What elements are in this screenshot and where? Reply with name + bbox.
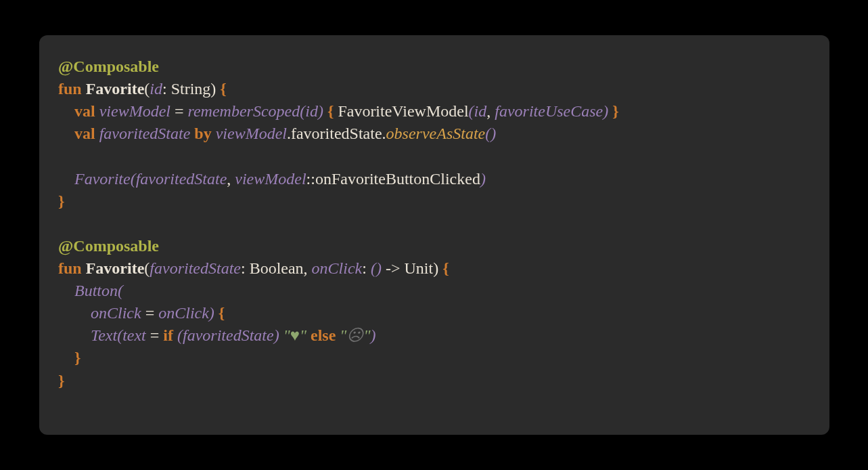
class-favoriteviewmodel: FavoriteViewModel — [338, 102, 468, 120]
code-line-6: Favorite(favoritedState, viewModel::onFa… — [58, 170, 486, 188]
type-fn-parens: () — [371, 259, 382, 277]
indent — [58, 125, 74, 142]
string-quote: " — [363, 326, 370, 344]
func-name-favorite: Favorite — [86, 259, 145, 277]
code-line-15: } — [58, 372, 64, 389]
code-line-7: } — [58, 192, 64, 210]
keyword-val: val — [74, 102, 95, 120]
indent — [58, 282, 74, 299]
type-string: String — [171, 80, 211, 98]
paren-close: ) — [274, 326, 279, 344]
brace-open: { — [220, 80, 226, 98]
type-boolean: Boolean — [250, 259, 304, 277]
paren-close: ) — [433, 259, 442, 277]
member-observeasstate: observeAsState — [386, 125, 486, 142]
call-favorite: Favorite — [74, 170, 131, 188]
brace-open: { — [327, 102, 334, 120]
ref-favoritedstate: favoritedState — [183, 326, 274, 344]
keyword-val: val — [74, 125, 95, 142]
arrow: -> — [382, 259, 405, 277]
paren-open: ( — [177, 326, 183, 344]
paren-open: ( — [469, 102, 474, 120]
code-line-12: onClick = onClick) { — [58, 304, 225, 322]
comma: , — [227, 170, 235, 188]
var-viewmodel: viewModel — [99, 102, 170, 120]
code-line-14: } — [58, 349, 81, 366]
ref-onfavoritebuttonclicked: onFavoriteButtonClicked — [315, 170, 480, 188]
heart-icon: ♥ — [290, 326, 300, 344]
param-favoritedstate: favoritedState — [150, 259, 241, 277]
keyword-fun: fun — [58, 80, 82, 98]
paren-close: ) — [210, 80, 220, 98]
indent — [58, 326, 91, 344]
arg-favoritedstate: favoritedState — [136, 170, 227, 188]
member-favoritedstate: favoritedState — [291, 125, 382, 142]
comma: , — [304, 259, 312, 277]
param-id: id — [150, 80, 162, 98]
param-onclick: onClick — [312, 259, 363, 277]
var-favoritedstate: favoritedState — [99, 125, 191, 142]
annotation-composable: @Composable — [58, 237, 159, 255]
brace-open: { — [219, 304, 225, 322]
call-rememberscoped: rememberScoped — [188, 102, 300, 120]
indent — [58, 349, 74, 366]
double-colon: :: — [306, 170, 315, 188]
paren-close: ) — [371, 326, 376, 344]
call-button: Button — [74, 282, 118, 299]
code-line-1: @Composable — [58, 58, 159, 75]
func-name-favorite: Favorite — [86, 80, 145, 98]
keyword-fun: fun — [58, 259, 82, 277]
code-line-11: Button( — [58, 282, 123, 299]
keyword-else: else — [311, 326, 336, 344]
sad-face-icon: ☹ — [346, 326, 363, 344]
code-block: @Composable fun Favorite(id: String) { v… — [58, 56, 810, 392]
paren-open: ( — [117, 326, 122, 344]
keyword-if: if — [163, 326, 173, 344]
indent — [58, 304, 91, 322]
brace-close: } — [74, 349, 81, 366]
arg-favoriteusecase: favoriteUseCase — [495, 102, 603, 120]
code-line-3: val viewModel = rememberScoped(id) { Fav… — [58, 102, 619, 120]
string-quote: " — [340, 326, 346, 344]
indent — [58, 170, 74, 188]
ref-onclick: onClick — [158, 304, 209, 322]
code-line-13: Text(text = if (favoritedState) "♥" else… — [58, 326, 376, 344]
ref-viewmodel: viewModel — [235, 170, 306, 188]
code-line-9: @Composable — [58, 237, 159, 255]
ref-viewmodel: viewModel — [216, 125, 287, 142]
param-onclick: onClick — [91, 304, 141, 322]
parens: () — [485, 125, 496, 142]
arg-id: id — [305, 102, 318, 120]
string-quote: " — [283, 326, 290, 344]
brace-close: } — [58, 192, 64, 210]
code-panel: @Composable fun Favorite(id: String) { v… — [39, 35, 829, 435]
paren-open: ( — [118, 282, 123, 299]
call-text: Text — [91, 326, 117, 344]
param-text: text — [122, 326, 146, 344]
code-line-4: val favoritedState by viewModel.favorite… — [58, 125, 496, 142]
indent — [58, 102, 74, 120]
paren-open: ( — [131, 170, 136, 188]
comma: , — [486, 102, 495, 120]
equals: = — [141, 304, 159, 322]
brace-close: } — [612, 102, 618, 120]
code-line-10: fun Favorite(favoritedState: Boolean, on… — [58, 259, 449, 277]
colon: : — [241, 259, 250, 277]
string-quote: " — [300, 326, 306, 344]
arg-id: id — [474, 102, 487, 120]
keyword-by: by — [194, 125, 211, 142]
colon: : — [162, 80, 171, 98]
paren-close: ) — [209, 304, 219, 322]
paren-close: ) — [318, 102, 327, 120]
brace-open: { — [442, 259, 449, 277]
type-unit: Unit — [404, 259, 433, 277]
brace-close: } — [58, 372, 64, 389]
annotation-composable: @Composable — [58, 58, 159, 75]
colon: : — [362, 259, 371, 277]
equals: = — [170, 102, 188, 120]
code-line-2: fun Favorite(id: String) { — [58, 80, 227, 98]
paren-close: ) — [480, 170, 486, 188]
equals: = — [146, 326, 164, 344]
